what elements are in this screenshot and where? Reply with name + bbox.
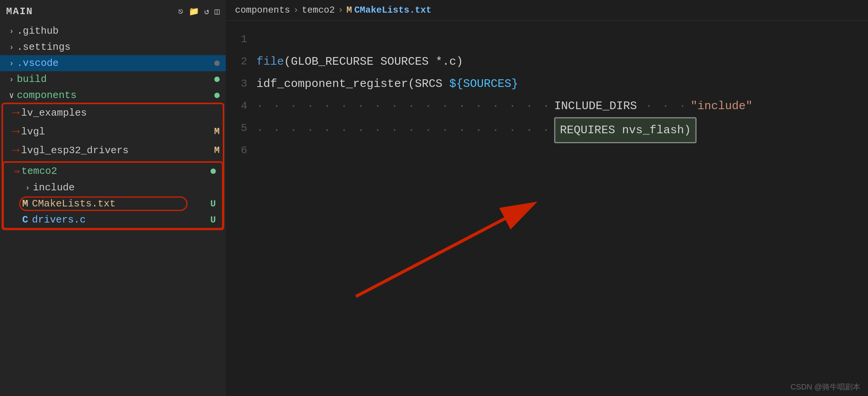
breadcrumb-part: components	[235, 5, 290, 15]
breadcrumb: components › temco2 › M CMakeLists.txt	[226, 0, 868, 21]
red-arrow-icon: →	[12, 106, 20, 120]
line-content: idf_component_register(SRCS ${SOURCES}	[256, 73, 518, 95]
file-icon: C	[22, 214, 28, 226]
line-content: · · · · · · · · · · · · · · · · · · REQU…	[256, 117, 697, 143]
status-badge-dot	[214, 93, 220, 98]
sidebar-item-settings[interactable]: › .settings	[0, 39, 226, 55]
red-arrow-icon: ⇒	[14, 165, 20, 177]
chevron-icon: ›	[6, 75, 17, 84]
svg-line-1	[356, 205, 532, 296]
sidebar-item-lvgl-esp32[interactable]: → lvgl_esp32_drivers M	[0, 141, 226, 160]
red-arrow-icon: →	[12, 143, 20, 157]
editor: components › temco2 › M CMakeLists.txt 1…	[226, 0, 868, 396]
code-line-1: 1	[226, 28, 868, 51]
new-file-icon[interactable]: ⎋	[178, 7, 183, 17]
sidebar-item-label: lvgl	[21, 126, 45, 137]
chevron-icon: ›	[6, 43, 17, 52]
refresh-icon[interactable]: ↺	[204, 7, 209, 17]
sidebar-item-github[interactable]: › .github	[0, 23, 226, 39]
sidebar-item-cmake[interactable]: M CMakeLists.txt U	[4, 196, 222, 212]
line-content: · · · · · · · · · · · · · · · · · · INCL…	[256, 95, 752, 117]
chevron-icon: ›	[6, 59, 17, 68]
code-line-2: 2 file(GLOB_RECURSE SOURCES *.c)	[226, 51, 868, 73]
sidebar-item-label: temco2	[21, 165, 57, 177]
sidebar-item-label: CMakeLists.txt	[32, 198, 116, 209]
status-badge: U	[210, 199, 216, 209]
status-badge: M	[214, 126, 220, 137]
code-line-4: 4 · · · · · · · · · · · · · · · · · · IN…	[226, 95, 868, 117]
sidebar-item-label: drivers.c	[32, 214, 86, 226]
sidebar-item-components[interactable]: ∨ components	[0, 87, 226, 103]
sidebar-item-vscode[interactable]: › .vscode	[0, 55, 226, 71]
sidebar-item-label: components	[17, 90, 77, 101]
sidebar-item-build[interactable]: › build	[0, 71, 226, 87]
line-number: 2	[226, 51, 256, 73]
string-token: "include"	[690, 95, 752, 117]
collapse-icon[interactable]: ◫	[215, 7, 220, 17]
status-badge-dot	[214, 77, 220, 82]
requires-highlight: REQUIRES nvs_flash)	[554, 117, 697, 143]
breadcrumb-filename: CMakeLists.txt	[354, 5, 432, 15]
indent-dots: · · ·	[637, 95, 687, 117]
status-badge: M	[214, 145, 220, 155]
code-line-5: 5 · · · · · · · · · · · · · · · · · · RE…	[226, 117, 868, 139]
sidebar-item-lv-examples[interactable]: → lv_examples	[0, 103, 226, 122]
chevron-icon: ∨	[6, 90, 17, 101]
sidebar-item-label: lvgl_esp32_drivers	[21, 145, 129, 156]
keyword: file	[256, 51, 284, 73]
sidebar: MAIN ⎋ 📁 ↺ ◫ › .github › .settings › .vs…	[0, 0, 226, 396]
code-area[interactable]: 1 2 file(GLOB_RECURSE SOURCES *.c) 3 idf…	[226, 21, 868, 396]
line-number: 5	[226, 117, 256, 139]
line-number: 1	[226, 28, 256, 51]
sidebar-header: MAIN ⎋ 📁 ↺ ◫	[0, 0, 226, 23]
sidebar-item-label: .github	[17, 25, 226, 37]
line-number: 3	[226, 73, 256, 95]
sidebar-item-label: build	[17, 74, 47, 85]
sidebar-item-include[interactable]: › include	[4, 180, 222, 196]
line-number: 4	[226, 95, 256, 117]
sidebar-item-label: lv_examples	[21, 107, 226, 119]
chevron-icon: ›	[6, 27, 17, 36]
sidebar-item-lvgl[interactable]: → lvgl M	[0, 122, 226, 141]
sidebar-item-temco2[interactable]: ⇒ temco2	[4, 163, 222, 180]
new-folder-icon[interactable]: 📁	[189, 7, 199, 17]
status-badge-dot	[210, 169, 216, 174]
red-arrow-icon: →	[12, 124, 20, 139]
sidebar-item-label: include	[33, 182, 222, 193]
breadcrumb-sep: ›	[293, 5, 299, 15]
indent-dots: · · · · · · · · · · · · · · · · · ·	[256, 119, 551, 141]
code-line-3: 3 idf_component_register(SRCS ${SOURCES}	[226, 73, 868, 95]
var-token: ${SOURCES}	[449, 73, 518, 95]
watermark: CSDN @骑牛唱剧本	[790, 382, 860, 392]
status-badge-dot	[214, 61, 220, 66]
line-content: file(GLOB_RECURSE SOURCES *.c)	[256, 51, 463, 73]
breadcrumb-file-icon: M	[346, 5, 352, 15]
breadcrumb-part: temco2	[302, 5, 334, 15]
sidebar-item-label: .vscode	[17, 57, 59, 69]
indent-dots: · · · · · · · · · · · · · · · · · ·	[256, 95, 551, 117]
file-icon: M	[22, 198, 28, 209]
sidebar-toolbar: ⎋ 📁 ↺ ◫	[178, 7, 220, 17]
sidebar-title: MAIN	[6, 6, 33, 17]
sidebar-item-drivers[interactable]: C drivers.c U	[4, 212, 222, 228]
line-number: 6	[226, 139, 256, 162]
status-badge: U	[210, 215, 216, 225]
chevron-icon: ›	[22, 183, 33, 192]
breadcrumb-sep: ›	[338, 5, 343, 15]
sidebar-item-label: .settings	[17, 41, 226, 53]
